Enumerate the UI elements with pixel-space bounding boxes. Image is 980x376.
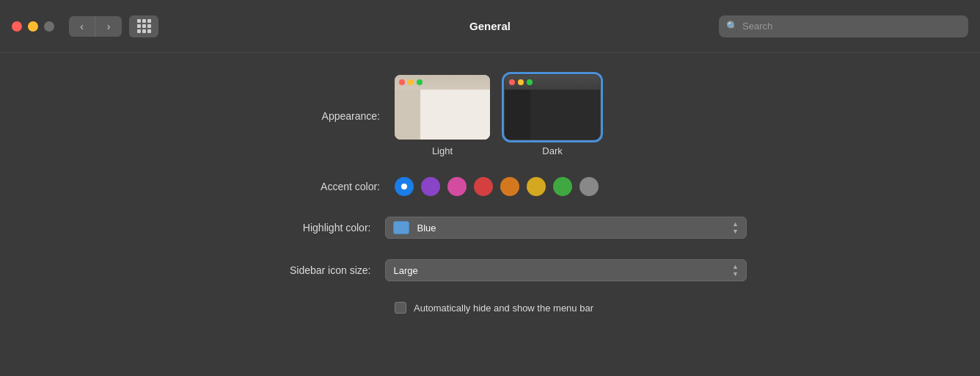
thumb-sidebar <box>395 90 420 140</box>
thumb-red-dot <box>399 79 405 85</box>
chevron-up-icon: ▲ <box>732 264 739 270</box>
dropdown-arrows: ▲ ▼ <box>732 221 739 235</box>
thumb-sidebar <box>505 90 530 140</box>
chevron-down-icon: ▼ <box>732 271 739 278</box>
light-thumbnail <box>395 75 490 140</box>
sidebar-icon-size-value: Large <box>393 265 732 276</box>
menu-bar-label: Automatically hide and show the menu bar <box>414 303 593 314</box>
close-button[interactable] <box>12 21 22 32</box>
traffic-lights <box>12 21 54 32</box>
search-placeholder: Search <box>742 21 772 32</box>
accent-colors <box>395 177 599 196</box>
grid-icon <box>137 19 151 33</box>
highlight-color-row: Highlight color: Blue ▲ ▼ <box>233 217 747 239</box>
highlight-color-value: Blue <box>417 223 732 234</box>
minimize-button[interactable] <box>28 21 38 32</box>
thumb-red-dot <box>509 79 515 85</box>
accent-graphite[interactable] <box>579 177 599 196</box>
thumb-green-dot <box>527 79 533 85</box>
accent-color-label: Accent color: <box>233 181 395 192</box>
nav-buttons: ‹ › <box>69 16 122 37</box>
highlight-color-label: Highlight color: <box>233 222 385 234</box>
titlebar: ‹ › General 🔍 Search <box>0 0 980 53</box>
accent-blue[interactable] <box>395 177 414 196</box>
search-bar[interactable]: 🔍 Search <box>719 15 968 37</box>
thumb-green-dot <box>417 79 423 85</box>
back-button[interactable]: ‹ <box>69 16 95 37</box>
appearance-dark-option[interactable]: Dark <box>505 75 600 156</box>
thumb-main <box>420 90 490 140</box>
appearance-light-option[interactable]: Light <box>395 75 490 156</box>
chevron-down-icon: ▼ <box>732 228 739 235</box>
appearance-options: Light <box>395 75 600 156</box>
accent-pink[interactable] <box>447 177 467 196</box>
sidebar-icon-size-label: Sidebar icon size: <box>233 264 385 276</box>
dropdown-arrows: ▲ ▼ <box>732 264 739 278</box>
accent-purple[interactable] <box>421 177 440 196</box>
settings-content: Appearance: <box>0 53 980 336</box>
light-label: Light <box>432 145 453 156</box>
accent-red[interactable] <box>474 177 493 196</box>
menu-bar-checkbox-row: Automatically hide and show the menu bar <box>395 302 593 314</box>
window-title: General <box>469 20 511 32</box>
appearance-label: Appearance: <box>233 110 395 122</box>
appearance-row: Appearance: <box>233 75 747 156</box>
chevron-up-icon: ▲ <box>732 221 739 228</box>
thumb-yellow-dot <box>408 79 414 85</box>
menu-bar-row: Automatically hide and show the menu bar <box>233 302 747 314</box>
accent-yellow[interactable] <box>527 177 546 196</box>
dark-thumbnail <box>505 75 600 140</box>
thumb-main <box>530 90 600 140</box>
highlight-color-dropdown[interactable]: Blue ▲ ▼ <box>385 217 747 239</box>
highlight-color-swatch <box>393 221 409 234</box>
accent-green[interactable] <box>553 177 572 196</box>
sidebar-icon-size-dropdown[interactable]: Large ▲ ▼ <box>385 259 747 281</box>
accent-orange[interactable] <box>500 177 519 196</box>
sidebar-icon-size-row: Sidebar icon size: Large ▲ ▼ <box>233 259 747 281</box>
maximize-button[interactable] <box>44 21 54 32</box>
dark-label: Dark <box>542 145 562 156</box>
thumb-yellow-dot <box>518 79 524 85</box>
search-icon: 🔍 <box>726 21 738 32</box>
accent-color-row: Accent color: <box>233 177 747 196</box>
forward-button[interactable]: › <box>95 16 122 37</box>
menu-bar-checkbox[interactable] <box>395 302 406 314</box>
grid-view-button[interactable] <box>129 15 158 37</box>
